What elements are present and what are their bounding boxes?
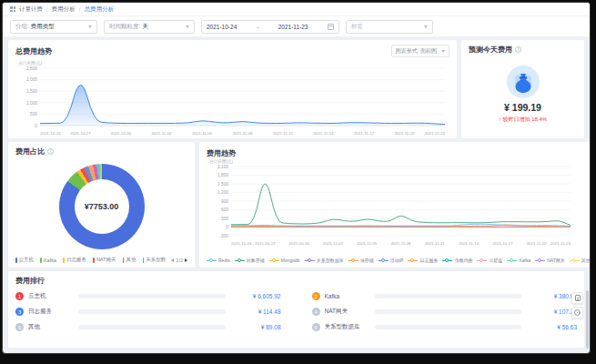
total-cost-trend-chart[interactable]: 05001,0001,5002,0002,5002021-10-242021-1… <box>15 57 450 139</box>
donut-legend-item[interactable]: 日志服务 <box>63 257 86 263</box>
trend-legend-item[interactable]: 日志服务 <box>408 258 438 263</box>
svg-text:-300: -300 <box>219 234 228 238</box>
breadcrumb-total-cost-analysis[interactable]: 总费用分析 <box>85 5 115 14</box>
ranking-row[interactable]: 3日志服务¥ 114.48 <box>15 304 281 319</box>
trend-legend-item[interactable]: 关系型数据库 <box>305 258 344 263</box>
rank-item-name: 日志服务 <box>28 308 74 316</box>
rank-item-value: ¥ 6,605.92 <box>230 293 281 299</box>
svg-text:2021-11-05: 2021-11-05 <box>357 241 378 246</box>
group-by-label: 分组: <box>15 23 29 31</box>
svg-text:合计费用(元): 合计费用(元) <box>18 60 42 66</box>
svg-text:300: 300 <box>221 217 228 221</box>
svg-text:0: 0 <box>226 225 228 229</box>
svg-text:2021-11-14: 2021-11-14 <box>313 131 334 136</box>
svg-text:2021-11-23: 2021-11-23 <box>551 241 571 246</box>
rank-bar <box>78 309 226 314</box>
total-cost-trend-card: 总费用趋势 图表形式: 面积图 05001,0001,5002,0002,500… <box>8 40 457 138</box>
survey-icon <box>575 295 581 301</box>
group-by-value: 费用类型 <box>31 23 55 31</box>
tag-select[interactable]: 标签 <box>346 20 433 34</box>
rank-bar <box>375 294 522 298</box>
legend-next-icon[interactable] <box>185 258 187 262</box>
donut-legend-page: 1/2 <box>176 258 183 263</box>
rank-badge: 5 <box>15 323 24 331</box>
filter-bar: 分组:费用类型 时间颗粒度:天 2021-10-24 → 2021-11-23 … <box>3 15 590 36</box>
svg-text:2021-11-17: 2021-11-17 <box>354 131 375 136</box>
cost-ranking-title: 费用排行 <box>15 276 577 286</box>
svg-text:2021-11-05: 2021-11-05 <box>192 131 213 136</box>
tag-placeholder: 标签 <box>351 23 363 31</box>
rank-item-value: ¥ 107.27 <box>526 308 577 315</box>
ranking-row[interactable]: 4NAT网关¥ 107.27 <box>312 304 578 319</box>
trend-legend-item[interactable]: 对象存储 <box>235 258 265 263</box>
trend-legend-item[interactable]: 浮动IP <box>379 258 404 263</box>
breadcrumb-metering[interactable]: 计量计费 <box>19 5 43 14</box>
trend-legend-item[interactable]: Kafka <box>507 258 530 263</box>
donut-legend-item[interactable]: 云主机 <box>15 257 34 263</box>
support-button[interactable] <box>571 307 583 318</box>
svg-text:2021-10-30: 2021-10-30 <box>111 131 132 136</box>
granularity-select[interactable]: 时间颗粒度:天 <box>104 20 195 34</box>
cost-proportion-donut-chart[interactable]: ¥7753.00 <box>59 164 145 249</box>
trend-legend-item[interactable]: 其他 <box>570 258 591 263</box>
chevron-down-icon <box>88 25 92 28</box>
svg-text:1,500: 1,500 <box>26 89 37 94</box>
trend-legend-item[interactable]: 块存储 <box>349 258 374 263</box>
date-start[interactable]: 2021-10-24 <box>207 24 237 30</box>
rank-item-name: Kafka <box>325 293 370 299</box>
svg-text:2021-10-27: 2021-10-27 <box>255 241 276 246</box>
chevron-down-icon <box>186 25 189 28</box>
cost-trend-title: 费用趋势 <box>207 148 236 158</box>
rank-bar <box>78 325 226 329</box>
ranking-row[interactable]: 1云主机¥ 6,605.92 <box>15 288 281 304</box>
billing-dashboard: 计量计费 / 费用分析 / 总费用分析 分组:费用类型 时间颗粒度:天 2021… <box>2 2 591 354</box>
rank-item-name: 其他 <box>28 323 74 331</box>
svg-text:600: 600 <box>221 207 228 212</box>
vertical-scrollbar-thumb[interactable] <box>586 290 590 349</box>
total-trend-chart-type-select[interactable]: 图表形式: 面积图 <box>391 45 450 57</box>
svg-text:1,000: 1,000 <box>26 101 37 106</box>
ranking-row[interactable]: 6关系型数据库¥ 56.63 <box>312 319 578 335</box>
rank-bar <box>78 294 226 298</box>
trend-legend-item[interactable]: 云硬盘 <box>477 258 502 263</box>
rank-bar <box>375 325 522 329</box>
cost-trend-card: 费用趋势 图表形式: 折线图 -30003006009001,2001,5001… <box>199 142 591 268</box>
survey-button[interactable] <box>571 292 583 304</box>
date-range-arrow: → <box>255 24 261 30</box>
trend-legend-item[interactable]: 负载均衡 <box>442 258 472 263</box>
calendar-icon <box>328 24 334 30</box>
legend-prev-icon[interactable] <box>171 258 174 262</box>
svg-text:2021-10-24: 2021-10-24 <box>231 241 252 246</box>
svg-text:2,500: 2,500 <box>26 66 37 71</box>
cost-trend-chart[interactable]: -30003006009001,2001,5001,8002,1002021-1… <box>207 159 591 257</box>
svg-text:2,100: 2,100 <box>217 165 228 169</box>
info-icon[interactable]: i <box>47 148 54 155</box>
dashboard-content: 总费用趋势 图表形式: 面积图 05001,0001,5002,0002,500… <box>3 36 590 351</box>
donut-legend-item[interactable]: Kafka <box>40 258 56 263</box>
granularity-label: 时间颗粒度: <box>109 23 140 31</box>
trend-legend-item[interactable]: Redis <box>207 258 230 263</box>
date-range-picker[interactable]: 2021-10-24 → 2021-11-23 <box>201 20 339 34</box>
rank-badge: 3 <box>15 308 24 316</box>
ranking-row[interactable]: 5其他¥ 89.08 <box>15 319 281 335</box>
donut-legend-item[interactable]: 关系型数据库 <box>143 257 167 263</box>
date-end[interactable]: 2021-11-23 <box>278 24 308 30</box>
info-icon[interactable]: i <box>515 46 521 53</box>
group-by-select[interactable]: 分组:费用类型 <box>10 20 97 34</box>
trend-legend-item[interactable]: NAT网关 <box>535 258 565 263</box>
ranking-row[interactable]: 2Kafka¥ 380.07 <box>312 288 578 304</box>
forecast-title: 预测今天费用i <box>469 45 577 55</box>
svg-text:500: 500 <box>30 112 37 116</box>
breadcrumb-cost-analysis[interactable]: 费用分析 <box>52 5 76 14</box>
svg-text:1,200: 1,200 <box>217 190 228 195</box>
svg-text:2021-11-20: 2021-11-20 <box>527 241 548 246</box>
grid-icon <box>10 6 15 12</box>
rank-badge: 1 <box>15 292 24 300</box>
donut-legend-item[interactable]: NAT网关 <box>93 257 116 263</box>
trend-legend-item[interactable]: Mongodb <box>269 258 300 263</box>
total-cost-trend-title: 总费用趋势 <box>15 46 52 56</box>
svg-text:2,000: 2,000 <box>26 77 37 82</box>
donut-legend-item[interactable]: 其他 <box>123 257 136 263</box>
ranking-column: 2Kafka¥ 380.074NAT网关¥ 107.276关系型数据库¥ 56.… <box>312 288 578 335</box>
svg-text:2021-10-24: 2021-10-24 <box>40 131 61 136</box>
